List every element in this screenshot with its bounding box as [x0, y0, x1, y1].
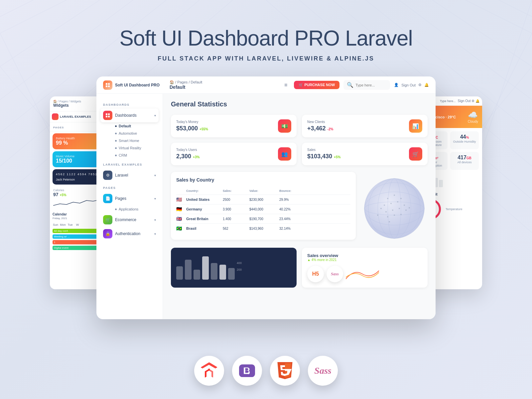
html5-svg: [277, 362, 293, 379]
html5-logo: H5: [307, 266, 324, 282]
sidebar-item-dashboards[interactable]: Dashboards ▾: [100, 108, 159, 122]
sub-crm[interactable]: CRM: [112, 152, 159, 159]
svg-rect-25: [106, 85, 107, 87]
country-row-de: 🇩🇪 Germany 3.900 $440,000 40.22%: [176, 204, 350, 214]
globe-area: [361, 172, 428, 245]
sub-vr[interactable]: Virtual Reality: [112, 144, 159, 152]
svg-point-49: [387, 216, 388, 217]
sales-overview-card: Sales overview ▲ 4% more in 2021 H5 Sass: [302, 248, 428, 288]
user-icon: 👤: [394, 83, 399, 87]
gear-icon[interactable]: ⚙: [418, 83, 422, 87]
svg-rect-30: [108, 116, 110, 117]
auth-label: Authentication: [115, 231, 140, 236]
sidebar-item-ecommerce[interactable]: 🛒 Ecommerce ▾: [100, 213, 159, 227]
laravel-label: Laravel: [115, 173, 128, 178]
country-row-usa: 🇺🇸 United States 2500 $230,900 29.9%: [176, 195, 350, 204]
logo-icon: [103, 80, 112, 90]
sidebar-item-auth[interactable]: 🔒 Authentication ▾: [100, 227, 159, 241]
sidebar-item-laravel[interactable]: ⚙ Laravel ▾: [100, 168, 159, 182]
svg-point-39: [394, 195, 395, 196]
content-area: General Statistics Today's Money $53,000…: [163, 94, 436, 319]
topbar-actions: 👤 Sign Out ⚙ 🔔: [394, 83, 429, 87]
money-label: Today's Money: [176, 120, 208, 124]
globe-svg: [361, 172, 428, 245]
svg-line-4: [499, 0, 532, 17]
clients-value: +3,462 -2%: [307, 125, 333, 132]
svg-point-44: [404, 204, 405, 206]
humidity-val: 44%: [453, 134, 476, 140]
sub-default[interactable]: Default: [112, 122, 159, 130]
section-pages: PAGES: [103, 186, 156, 190]
auth-chevron: ▾: [154, 232, 156, 236]
dark-chart: 400200: [171, 248, 297, 288]
bootstrap-logo-circle: [232, 356, 262, 386]
pages-chevron: ▾: [154, 197, 156, 200]
pages-icon: 📄: [103, 194, 112, 203]
svg-line-15: [0, 0, 33, 17]
sass-text: Sass: [314, 365, 331, 376]
sales-overview-title: Sales overview: [307, 253, 422, 258]
sales-label: Sales: [307, 148, 340, 152]
ecommerce-chevron: ▾: [154, 218, 156, 222]
humidity-label: Outside Humidity: [453, 140, 476, 143]
dashboards-chevron: ▾: [154, 114, 156, 117]
bell-icon[interactable]: 🔔: [424, 83, 429, 87]
sass-logo: Sass: [327, 266, 343, 282]
svg-rect-29: [106, 116, 107, 117]
ecommerce-label: Ecommerce: [115, 217, 136, 222]
svg-point-42: [390, 203, 392, 204]
svg-point-48: [405, 209, 407, 211]
hamburger-icon[interactable]: ≡: [284, 82, 287, 88]
hero-title: Soft UI Dashboard PRO Laravel: [0, 27, 532, 50]
left-logo-text: LARAVEL EXAMPLES: [60, 115, 91, 118]
cloud-icon: ☁️: [468, 110, 478, 120]
internet-stat: 417GB All devices: [450, 152, 479, 170]
svg-point-51: [400, 214, 402, 215]
laravel-sidebar-icon: ⚙: [103, 171, 112, 180]
svg-rect-23: [106, 83, 107, 85]
sales-overview-change: ▲ 4% more in 2021: [307, 258, 422, 262]
weather-condition: Cloudy: [468, 120, 478, 123]
internet-label: All devices: [453, 161, 476, 164]
main-topbar: Soft UI Dashboard PRO 🏠 / Pages / Defaul…: [96, 76, 436, 94]
svg-point-50: [394, 214, 395, 216]
bottom-row: 400200 Sales overview ▲ 4% more in 2021 …: [171, 248, 428, 288]
users-value: 2,300 +3%: [176, 153, 200, 160]
sidebar: DASHBOARDS Dashboards ▾: [96, 94, 163, 319]
users-icon: 👥: [278, 147, 291, 161]
svg-point-55: [409, 207, 410, 208]
sub-smarthome[interactable]: Smart Home: [112, 137, 159, 144]
svg-point-54: [377, 214, 378, 216]
main-panel: Soft UI Dashboard PRO 🏠 / Pages / Defaul…: [96, 76, 436, 319]
purchase-button[interactable]: 🛒 PURCHASE NOW: [294, 81, 339, 89]
money-value: $53,000 +55%: [176, 125, 208, 132]
country-row-gb: 🇬🇧 Great Britain 1.400 $190,700 23.44%: [176, 214, 350, 224]
clients-icon: 📊: [409, 119, 422, 133]
tech-logos-inside: H5 Sass: [307, 266, 422, 282]
ecommerce-icon: 🛒: [103, 215, 112, 224]
topbar-logo: Soft UI Dashboard PRO: [103, 80, 170, 90]
svg-rect-26: [108, 85, 110, 87]
section-dashboards: DASHBOARDS: [103, 103, 156, 106]
users-label: Today's Users: [176, 148, 200, 152]
sales-icon: 🛒: [409, 147, 422, 161]
stat-clients: New Clients +3,462 -2% 📊: [302, 115, 428, 137]
svg-point-45: [385, 211, 387, 212]
sign-out-label[interactable]: Sign Out: [401, 83, 416, 87]
country-globe-row: Sales by Country Country: Sales: Value: …: [171, 172, 428, 245]
left-logo-icon: [52, 113, 59, 120]
sub-applications[interactable]: Applications: [112, 205, 159, 213]
sidebar-item-pages[interactable]: 📄 Pages ▾: [100, 192, 159, 205]
pages-label: Pages: [115, 196, 126, 201]
laravel-svg: [201, 362, 217, 379]
topbar-right: 🛒 PURCHASE NOW 🔍 👤 Sign Out ⚙ 🔔: [294, 80, 429, 90]
sub-automotive[interactable]: Automotive: [112, 130, 159, 137]
search-box[interactable]: 🔍: [343, 80, 390, 90]
country-row-br: 🇧🇷 Brasil 562 $143,960 32.14%: [176, 224, 350, 233]
country-section: Sales by Country Country: Sales: Value: …: [171, 172, 356, 240]
bootstrap-svg: [239, 363, 255, 379]
svg-point-38: [387, 198, 388, 199]
pages-sub-items: Applications: [100, 205, 159, 213]
main-body: DASHBOARDS Dashboards ▾: [96, 94, 436, 319]
search-input[interactable]: [355, 83, 387, 87]
